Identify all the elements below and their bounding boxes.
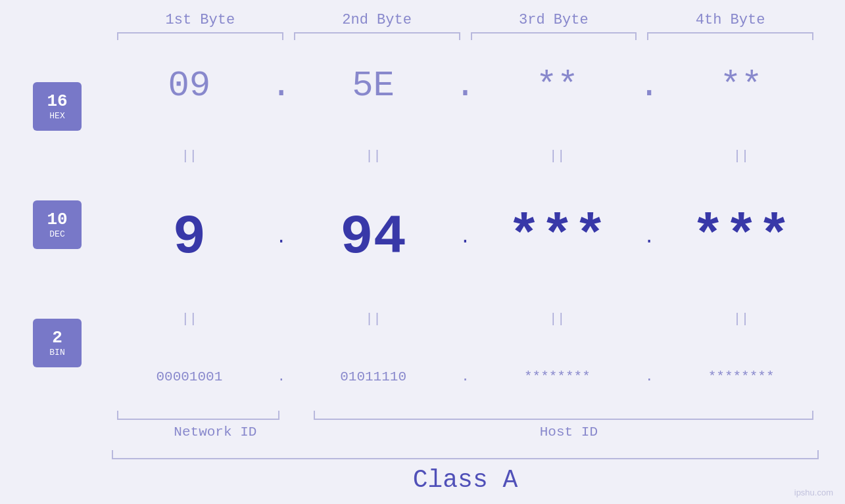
bytes-area: 09 . 5E . ** . [112, 44, 819, 405]
hex-byte1: 09 [112, 66, 267, 106]
byte-headers: 1st Byte 2nd Byte 3rd Byte 4th Byte [112, 12, 819, 28]
host-id-label: Host ID [319, 424, 819, 440]
bin-badge-number: 2 [52, 329, 62, 348]
dec-byte4: *** [664, 206, 819, 269]
hex-sep3: . [635, 66, 664, 106]
bin-byte1: 00001001 [112, 369, 267, 384]
bottom-brackets [112, 408, 819, 420]
outer-bracket [112, 449, 819, 459]
main-content: 16 HEX 10 DEC 2 BIN 09 [30, 44, 819, 405]
network-id-label: Network ID [112, 424, 319, 440]
dec-byte1: 9 [112, 206, 267, 269]
host-bracket [314, 408, 813, 420]
watermark: ipshu.com [794, 488, 833, 497]
bin-sep1: . [267, 369, 296, 384]
class-label: Class A [112, 466, 819, 494]
eq1-b1: || [112, 149, 267, 164]
eq2-b2: || [296, 311, 451, 327]
dec-row: 9 . 94 . *** . [112, 206, 819, 269]
eq2-b4: || [664, 311, 819, 327]
hex-sep2: . [451, 66, 480, 106]
equals-row-1: || || || || [112, 149, 819, 164]
eq1-b2: || [296, 149, 451, 164]
dec-sep1: . [267, 227, 296, 248]
hex-byte4: ** [664, 66, 819, 106]
top-bracket [112, 32, 819, 41]
bracket-byte1 [117, 32, 283, 41]
hex-byte2: 5E [296, 66, 451, 106]
dec-badge-label: DEC [49, 229, 64, 239]
bin-sep2: . [451, 369, 480, 384]
bracket-byte2 [294, 32, 460, 41]
eq1-b3: || [480, 149, 635, 164]
bin-byte3: ******** [480, 369, 635, 384]
hex-sep1: . [267, 66, 296, 106]
bin-badge-label: BIN [49, 348, 64, 357]
eq1-b4: || [664, 149, 819, 164]
dec-byte2: 94 [296, 206, 451, 269]
bracket-byte3 [471, 32, 637, 41]
dec-badge: 10 DEC [33, 200, 82, 249]
dec-byte3: *** [480, 206, 635, 269]
bracket-byte4 [647, 32, 813, 41]
bin-sep3: . [635, 369, 664, 384]
hex-byte3: ** [480, 66, 635, 106]
equals-row-2: || || || || [112, 311, 819, 327]
dec-badge-number: 10 [47, 210, 67, 229]
id-labels-row: Network ID Host ID [112, 424, 819, 440]
badges-column: 16 HEX 10 DEC 2 BIN [30, 44, 112, 405]
bin-row: 00001001 . 01011110 . ******** [112, 369, 819, 384]
hex-row: 09 . 5E . ** . [112, 66, 819, 106]
dec-sep2: . [451, 227, 480, 248]
bin-byte2: 01011110 [296, 369, 451, 384]
bin-badge: 2 BIN [33, 319, 82, 367]
bin-byte4: ******** [664, 369, 819, 384]
eq2-b3: || [480, 311, 635, 327]
dec-sep3: . [635, 227, 664, 248]
byte1-header: 1st Byte [112, 12, 289, 28]
app-container: 1st Byte 2nd Byte 3rd Byte 4th Byte 16 H… [0, 0, 845, 504]
hex-badge-label: HEX [49, 111, 64, 121]
hex-badge-number: 16 [47, 92, 67, 111]
byte3-header: 3rd Byte [466, 12, 642, 28]
byte2-header: 2nd Byte [289, 12, 466, 28]
hex-badge: 16 HEX [33, 82, 82, 131]
eq2-b1: || [112, 311, 267, 327]
network-bracket [117, 408, 279, 420]
byte4-header: 4th Byte [642, 12, 819, 28]
